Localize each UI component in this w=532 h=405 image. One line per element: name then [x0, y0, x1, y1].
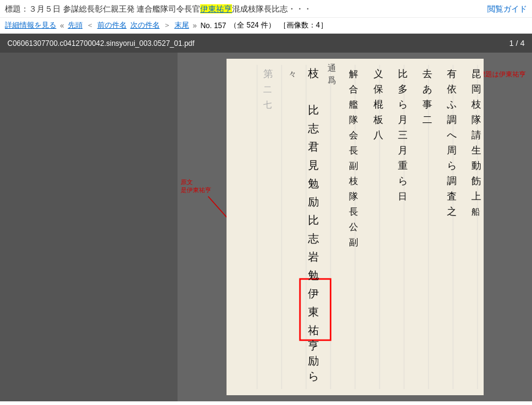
body-annotation-label: 原文 是伊東祐亨	[181, 178, 211, 194]
svg-text:志: 志	[308, 122, 319, 135]
detail-info-link[interactable]: 詳細情報を見る	[5, 20, 56, 31]
svg-text:月: 月	[398, 114, 408, 125]
svg-text:勉: 勉	[308, 177, 319, 190]
svg-text:比: 比	[398, 69, 408, 79]
svg-text:あ: あ	[422, 84, 432, 94]
svg-text:比: 比	[308, 214, 319, 226]
doc-background-svg: 昆 岡 枝 隊 請 生 動 飭 上 船 有 依 ふ 調	[227, 59, 484, 395]
svg-text:長: 長	[349, 207, 358, 217]
svg-text:解: 解	[349, 69, 358, 79]
title-annotation-label: 標題は伊東祐亨	[479, 70, 526, 79]
svg-text:板: 板	[373, 114, 383, 125]
title-highlighted-link[interactable]: 伊東祐亨	[200, 4, 232, 13]
first-link[interactable]: 先頭	[68, 20, 83, 31]
svg-text:ゞ: ゞ	[308, 86, 319, 98]
record-number: No. 157	[200, 21, 226, 30]
last-link[interactable]: 末尾	[174, 20, 189, 31]
svg-text:昆: 昆	[471, 69, 481, 79]
total-count: （全 524 件）	[230, 20, 275, 31]
svg-text:へ: へ	[447, 130, 457, 140]
svg-text:勉: 勉	[308, 269, 319, 281]
svg-text:事: 事	[422, 99, 432, 110]
svg-text:調: 調	[447, 114, 457, 125]
prev-link[interactable]: 前の件名	[97, 20, 127, 31]
svg-text:第: 第	[263, 69, 273, 79]
svg-text:ら: ら	[308, 370, 319, 382]
svg-text:見: 見	[308, 159, 319, 171]
svg-text:多: 多	[398, 84, 408, 94]
page-info: 1 / 4	[509, 39, 525, 48]
svg-text:枝: 枝	[348, 176, 358, 186]
svg-text:重: 重	[398, 160, 408, 171]
nav-sep4: »	[193, 21, 197, 30]
title-text: 標題：３月５日 参謀総長彰仁親王発 連合艦隊司令長官伊東祐亨混成枝隊長比志・・・	[5, 4, 312, 15]
svg-text:動: 動	[471, 160, 481, 171]
title-prefix: 標題：３月５日 参謀総長彰仁親王発 連合艦隊司令長官	[5, 4, 200, 13]
svg-text:ら: ら	[447, 160, 457, 171]
page-separator: /	[516, 39, 519, 48]
svg-text:有: 有	[447, 69, 457, 79]
svg-text:査: 査	[447, 191, 457, 201]
svg-text:三: 三	[398, 130, 408, 140]
svg-text:君: 君	[308, 141, 319, 153]
svg-text:船: 船	[471, 207, 480, 217]
svg-text:副: 副	[349, 161, 358, 171]
svg-text:棍: 棍	[373, 99, 383, 110]
svg-text:調: 調	[447, 176, 457, 186]
svg-text:比: 比	[308, 104, 319, 116]
title-bar: 標題：３月５日 参謀総長彰仁親王発 連合艦隊司令長官伊東祐亨混成枝隊長比志・・・…	[0, 0, 532, 18]
browse-guide-link[interactable]: 閲覧ガイド	[487, 4, 527, 15]
svg-text:生: 生	[471, 145, 481, 155]
document-page: 昆 岡 枝 隊 請 生 動 飭 上 船 有 依 ふ 調	[227, 59, 484, 395]
svg-text:去: 去	[422, 69, 432, 79]
svg-text:副: 副	[349, 237, 358, 247]
svg-text:爲: 爲	[328, 76, 336, 85]
viewer-content: 標題は伊東祐亨	[0, 53, 532, 401]
svg-text:ら: ら	[398, 176, 408, 186]
svg-text:义: 义	[373, 69, 383, 79]
svg-text:伊: 伊	[308, 288, 319, 300]
svg-text:七: 七	[263, 100, 272, 110]
doc-image: 昆 岡 枝 隊 請 生 動 飭 上 船 有 依 ふ 調	[227, 59, 484, 395]
svg-text:祐: 祐	[308, 324, 319, 336]
svg-text:隊: 隊	[471, 114, 481, 125]
title-suffix: 混成枝隊長比志・・・	[232, 4, 312, 13]
svg-text:請: 請	[471, 130, 481, 140]
svg-text:通: 通	[328, 64, 336, 73]
svg-text:岡: 岡	[471, 84, 481, 94]
body-annotation-line1: 原文	[181, 178, 211, 186]
svg-text:飭: 飭	[471, 176, 481, 186]
svg-text:亨: 亨	[308, 340, 319, 352]
svg-text:保: 保	[373, 84, 383, 94]
next-link[interactable]: 次の件名	[130, 20, 160, 31]
svg-text:ゝ: ゝ	[422, 130, 432, 140]
svg-text:上: 上	[471, 191, 481, 201]
svg-text:依: 依	[447, 84, 457, 94]
svg-text:志: 志	[308, 232, 319, 245]
svg-text:ふ: ふ	[446, 99, 457, 110]
svg-text:枝: 枝	[307, 67, 319, 80]
nav-sep1: «	[60, 21, 64, 30]
svg-text:岩: 岩	[308, 251, 319, 263]
nav-bar: 詳細情報を見る « 先頭 ＜ 前の件名 次の件名 ＞ 末尾 » No. 157 …	[0, 18, 532, 34]
svg-text:東: 東	[308, 306, 319, 318]
page-current: 1	[509, 39, 514, 48]
image-count: ［画像数：4］	[279, 20, 328, 31]
svg-text:周: 周	[447, 145, 457, 155]
svg-text:日: 日	[398, 191, 407, 201]
svg-text:ゝ: ゝ	[422, 145, 432, 155]
document-view[interactable]: 標題は伊東祐亨	[178, 53, 532, 401]
svg-text:枝: 枝	[471, 99, 481, 110]
body-annotation-line2: 是伊東祐亨	[181, 186, 211, 194]
svg-text:公: 公	[349, 222, 358, 232]
svg-text:合: 合	[349, 84, 358, 94]
svg-text:会: 会	[349, 130, 358, 140]
svg-text:隊: 隊	[349, 115, 358, 125]
svg-text:ら: ら	[398, 99, 408, 110]
svg-text:二: 二	[263, 85, 272, 94]
svg-text:隊: 隊	[349, 191, 358, 201]
svg-text:月: 月	[398, 145, 408, 155]
viewer-area: C06061307700.c0412700042.sinsyorui_003.0…	[0, 34, 532, 395]
svg-text:八: 八	[373, 130, 383, 140]
filename-label: C06061307700.c0412700042.sinsyorui_003.0…	[7, 39, 195, 48]
